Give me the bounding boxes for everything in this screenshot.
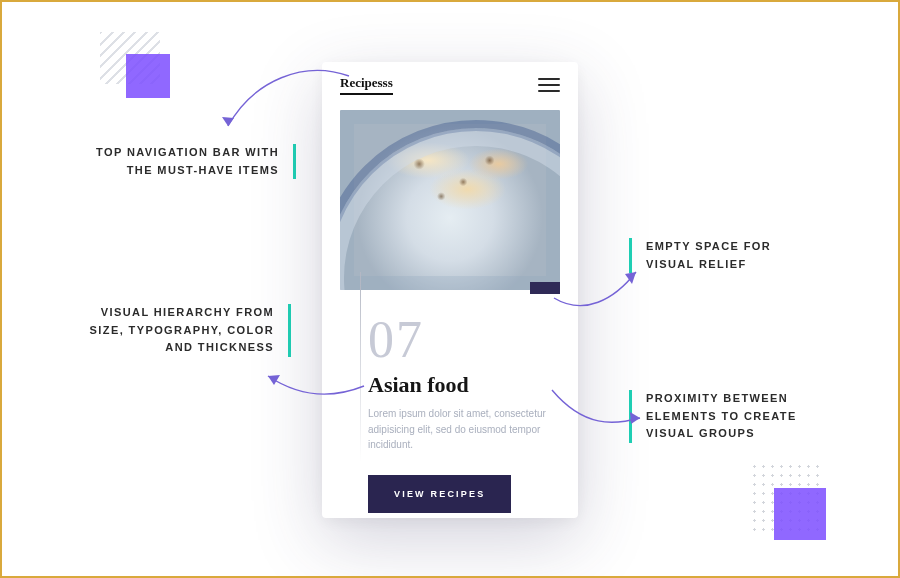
annotation-proximity: PROXIMITY BETWEEN ELEMENTS TO CREATE VIS… xyxy=(629,390,834,443)
recipe-card: 07 Asian food Lorem ipsum dolor sit amet… xyxy=(368,314,560,513)
vertical-divider xyxy=(360,272,361,462)
svg-marker-2 xyxy=(625,272,636,284)
card-number: 07 xyxy=(368,314,560,366)
svg-marker-0 xyxy=(222,117,234,126)
card-description: Lorem ipsum dolor sit amet, consectetur … xyxy=(368,406,548,453)
view-recipes-button[interactable]: VIEW RECIPES xyxy=(368,475,511,513)
outer-gold-frame: TOP NAVIGATION BAR WITH THE MUST-HAVE IT… xyxy=(0,0,900,578)
brand-logo[interactable]: Recipesss xyxy=(340,75,393,95)
annotation-visual-hierarchy: VISUAL HIERARCHY FROM SIZE, TYPOGRAPHY, … xyxy=(64,304,291,357)
hero-food-image xyxy=(340,110,560,290)
purple-square-bottom-right xyxy=(774,488,826,540)
hamburger-menu-icon[interactable] xyxy=(538,78,560,92)
design-canvas: TOP NAVIGATION BAR WITH THE MUST-HAVE IT… xyxy=(54,20,846,556)
svg-marker-1 xyxy=(268,375,280,385)
card-title: Asian food xyxy=(368,372,560,398)
accent-bar xyxy=(530,282,560,294)
annotation-empty-space: EMPTY SPACE FOR VISUAL RELIEF xyxy=(629,238,816,273)
purple-square-top-left xyxy=(126,54,170,98)
annotation-top-navigation: TOP NAVIGATION BAR WITH THE MUST-HAVE IT… xyxy=(94,144,296,179)
plate-ring-decoration xyxy=(340,120,560,290)
phone-mockup: Recipesss 07 Asian food Lorem ipsum dolo… xyxy=(322,62,578,518)
phone-top-bar: Recipesss xyxy=(322,62,578,108)
